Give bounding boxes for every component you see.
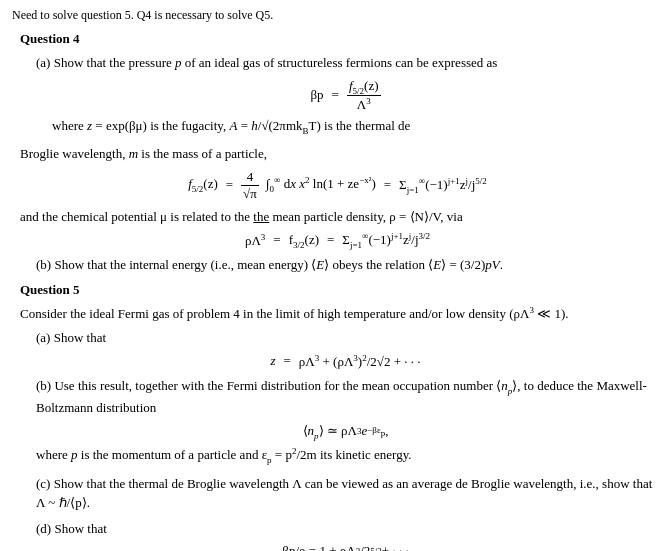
q5-eq-b: ⟨np⟩ ≃ ρΛ3e−βεp , (36, 423, 655, 441)
q4-part-b-text: (b) Show that the internal energy (i.e.,… (36, 255, 655, 275)
q4-part-a: (a) Show that the pressure p of an ideal… (20, 53, 655, 136)
question5-section: Question 5 Consider the ideal Fermi gas … (12, 282, 655, 551)
q5-part-a-text: (a) Show that (36, 328, 655, 348)
q4-broglie-text2: and the chemical potential μ is related … (20, 207, 655, 227)
q4-eq2: f5/2(z) = 4 √π ∫0∞ dx x2 ln(1 + ze−x²) =… (20, 169, 655, 202)
q5-part-b-text2: where p is the momentum of a particle an… (36, 445, 655, 467)
q5-eq-d: βp/ρ = 1 + ρΛ3/25/2 + · · · (36, 543, 655, 551)
q4-eq3: ρΛ3 = f3/2(z) = Σj=1∞(−1)j+1zj/j3/2 (20, 231, 655, 250)
q5-part-b: (b) Use this result, together with the F… (20, 376, 655, 468)
q5-part-c: (c) Show that the thermal de Broglie wav… (20, 474, 655, 513)
q5-part-d-text: (d) Show that (36, 519, 655, 539)
broglie-section: Broglie wavelength, m is the mass of a p… (20, 144, 655, 274)
question4-header: Question 4 (20, 31, 655, 47)
broglie-text: Broglie wavelength, m is the mass of a p… (20, 144, 655, 164)
q4-eq1: βp = f5/2(z) Λ3 (36, 78, 655, 114)
q5-eq-a: z = ρΛ3 + (ρΛ3)2/2√2 + · · · (36, 353, 655, 370)
q4-part-a-text: (a) Show that the pressure p of an ideal… (36, 53, 655, 73)
q5-intro: Consider the ideal Fermi gas of problem … (20, 304, 655, 324)
top-notice: Need to solve question 5. Q4 is necessar… (12, 8, 655, 23)
question4-section: Question 4 (a) Show that the pressure p … (12, 31, 655, 274)
question5-header: Question 5 (20, 282, 655, 298)
q4-where-line: where z = exp(βμ) is the fugacity, A = h… (36, 118, 655, 136)
q5-part-a: (a) Show that z = ρΛ3 + (ρΛ3)2/2√2 + · ·… (20, 328, 655, 370)
q5-part-d: (d) Show that βp/ρ = 1 + ρΛ3/25/2 + · · … (20, 519, 655, 551)
q5-part-b-text: (b) Use this result, together with the F… (36, 376, 655, 418)
q5-part-c-text: (c) Show that the thermal de Broglie wav… (36, 474, 655, 513)
q4-part-b: (b) Show that the internal energy (i.e.,… (20, 255, 655, 275)
